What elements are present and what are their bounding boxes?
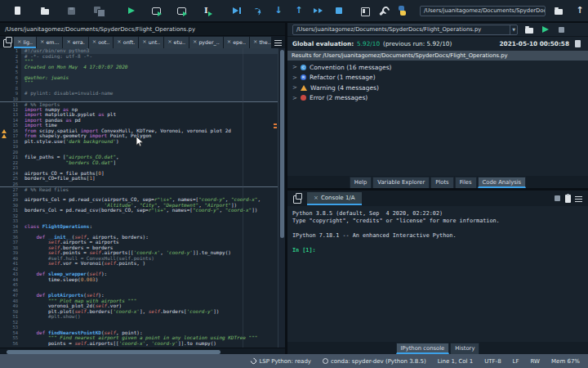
tree-item-warning[interactable]: >Warning (4 messages) bbox=[287, 83, 588, 93]
inspect-object-button[interactable] bbox=[563, 193, 573, 204]
run-analysis-button[interactable] bbox=[540, 25, 550, 35]
tree-item-refactor[interactable]: >RRefactor (1 message) bbox=[287, 73, 588, 83]
code-editor[interactable]: 1#!/usr/bin/env python32# -*- coding: ut… bbox=[0, 48, 285, 348]
tab-help[interactable]: Help bbox=[350, 177, 372, 188]
editor-horizontal-scrollbar[interactable] bbox=[0, 348, 285, 354]
step-out-button[interactable] bbox=[292, 6, 303, 16]
new-file-button[interactable] bbox=[12, 6, 23, 16]
editor-vertical-scrollbar[interactable] bbox=[278, 48, 285, 348]
analysis-file-combo[interactable]: /Users/juanitagomez/Documents/SpyderDocs… bbox=[292, 25, 518, 35]
browse-working-directory-button[interactable] bbox=[553, 6, 564, 16]
status-rw[interactable]: RW bbox=[531, 358, 541, 365]
chevron-down-icon[interactable]: ▼ bbox=[510, 25, 517, 34]
up-arrow-icon bbox=[573, 6, 584, 16]
editor-tab[interactable]: ×oot.. bbox=[89, 37, 114, 48]
preferences-button[interactable] bbox=[378, 6, 389, 16]
status-utf-8[interactable]: UTF-8 bbox=[484, 358, 501, 365]
spyder-window: /Users/juanitagomez/Documents/SpyderDocs… bbox=[0, 0, 588, 368]
working-directory-combo[interactable]: /Users/juanitagomez/Documents/SpyderDocs… bbox=[420, 6, 546, 16]
status-lsp-python[interactable]: LSP Python: ready bbox=[251, 358, 311, 365]
parent-directory-button[interactable] bbox=[573, 6, 584, 16]
editor-tab[interactable]: ×lig.. bbox=[14, 37, 36, 48]
editor-tab[interactable]: ×em... bbox=[37, 37, 62, 48]
hamburger-menu-icon bbox=[273, 37, 283, 47]
code-line[interactable]: 26 bbox=[0, 182, 278, 187]
code-line[interactable]: 56 points = self.airports[['coord-x', 'c… bbox=[0, 341, 278, 347]
console-output[interactable]: Python 3.8.5 (default, Sep 4 2020, 02:22… bbox=[287, 206, 588, 342]
save-all-button[interactable] bbox=[93, 6, 104, 16]
run-cell-advance-button[interactable] bbox=[176, 6, 187, 16]
status-text: RW bbox=[531, 358, 541, 365]
browse-console-tabs-button[interactable] bbox=[292, 193, 302, 204]
tab-ipython-console[interactable]: IPython console bbox=[396, 343, 450, 354]
results-header: Results for /Users/juanitagomez/Document… bbox=[287, 51, 588, 61]
tree-item-error[interactable]: >Error (2 messages) bbox=[287, 93, 588, 104]
scrollbar-thumb[interactable] bbox=[7, 350, 220, 354]
expand-chevron-icon[interactable]: > bbox=[292, 64, 297, 70]
stop-analysis-button[interactable] bbox=[556, 25, 567, 35]
tab-code-analysis[interactable]: Code Analysis bbox=[478, 177, 527, 188]
close-icon[interactable]: × bbox=[314, 195, 318, 201]
editor-tab[interactable]: ×erra. bbox=[63, 37, 87, 48]
save-icon bbox=[66, 6, 77, 16]
run-cell-button[interactable] bbox=[151, 6, 162, 16]
editor-tab[interactable]: ×etu.. bbox=[164, 37, 189, 48]
tab-files[interactable]: Files bbox=[455, 177, 477, 188]
expand-chevron-icon[interactable]: > bbox=[292, 95, 297, 101]
tabs-options-button[interactable] bbox=[273, 37, 283, 47]
close-icon[interactable]: × bbox=[66, 38, 70, 45]
close-icon[interactable]: × bbox=[193, 38, 197, 45]
code-line[interactable]: 10 bbox=[0, 96, 278, 102]
browse-tabs-button[interactable] bbox=[2, 37, 12, 47]
new-file-icon bbox=[12, 6, 23, 16]
close-icon[interactable]: × bbox=[253, 38, 257, 45]
run-selection-button[interactable] bbox=[202, 6, 212, 16]
editor-tab[interactable]: ×onft. bbox=[114, 37, 138, 48]
tree-item-convention[interactable]: >CConvention (16 messages) bbox=[287, 62, 588, 73]
tab-plots[interactable]: Plots bbox=[430, 177, 453, 188]
save-button[interactable] bbox=[66, 6, 77, 16]
analysis-browse-file-button[interactable] bbox=[523, 25, 534, 35]
close-icon[interactable]: × bbox=[142, 38, 146, 45]
python-button[interactable] bbox=[397, 6, 408, 16]
console-options-button[interactable] bbox=[573, 193, 584, 204]
step-into-button[interactable] bbox=[272, 6, 283, 16]
editor-tabs: ×lig..×em...×erra.×oot..×onft.×unt..×etu… bbox=[14, 36, 271, 48]
status-conda[interactable]: conda: spyder-dev (Python 3.8.5) bbox=[323, 358, 426, 365]
close-icon[interactable]: × bbox=[17, 38, 21, 45]
status-lf[interactable]: LF bbox=[513, 358, 519, 365]
line-length-guide bbox=[243, 48, 243, 348]
continue-button[interactable] bbox=[313, 6, 323, 16]
open-file-button[interactable] bbox=[39, 6, 50, 16]
tab-variable-explorer[interactable]: Variable Explorer bbox=[372, 177, 430, 188]
close-icon[interactable]: × bbox=[117, 38, 121, 45]
editor-tab[interactable]: ×unt.. bbox=[139, 37, 163, 48]
expand-chevron-icon[interactable]: > bbox=[292, 74, 297, 81]
warning-icon bbox=[2, 129, 7, 133]
debug-button[interactable] bbox=[231, 6, 242, 16]
close-icon[interactable]: × bbox=[92, 38, 96, 45]
editor-tab[interactable]: ×the.. bbox=[250, 37, 271, 48]
stop-icon bbox=[333, 6, 344, 16]
close-icon[interactable]: × bbox=[227, 38, 231, 45]
interrupt-kernel-button[interactable] bbox=[552, 193, 563, 204]
close-icon[interactable]: × bbox=[167, 38, 172, 45]
expand-chevron-icon[interactable]: > bbox=[292, 84, 297, 91]
stop-button[interactable] bbox=[333, 6, 344, 16]
scrollbar-thumb[interactable] bbox=[280, 50, 284, 238]
close-icon[interactable]: × bbox=[40, 38, 44, 45]
console-prompt[interactable]: In [1]: bbox=[292, 247, 583, 254]
status-line-1-col-1[interactable]: Line 1, Col 1 bbox=[438, 358, 474, 365]
run-button[interactable] bbox=[126, 6, 136, 16]
tab-history[interactable]: History bbox=[450, 343, 479, 354]
status-mem-67-[interactable]: Mem 67% bbox=[551, 358, 580, 365]
output-file-button[interactable] bbox=[572, 38, 583, 49]
refactor-icon: R bbox=[301, 74, 306, 80]
global-evaluation-row: Global evaluation: 5.92/10 (previous run… bbox=[287, 37, 588, 51]
editor-tab[interactable]: ×pyder_.. bbox=[189, 37, 223, 48]
editor-tab[interactable]: ×epe.. bbox=[224, 37, 249, 48]
step-over-button[interactable] bbox=[252, 6, 262, 16]
maximize-pane-button[interactable] bbox=[359, 6, 370, 16]
console-tab[interactable]: × Console 1/A bbox=[307, 192, 362, 205]
debug-icon bbox=[231, 6, 242, 16]
